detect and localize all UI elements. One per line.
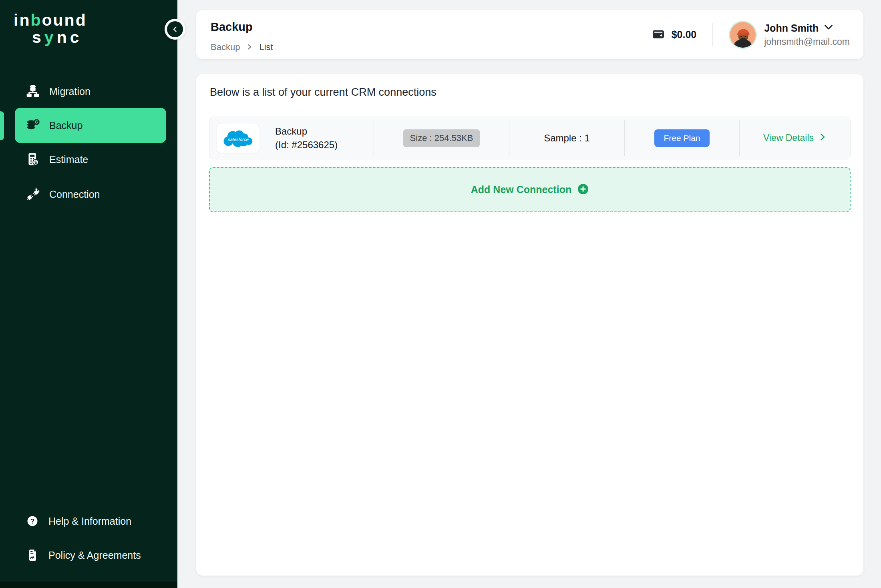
app-logo: inbound sync: [14, 12, 87, 46]
intro-text: Below is a list of your current CRM conn…: [210, 86, 436, 99]
logo-line2: sync: [32, 29, 87, 46]
free-plan-badge[interactable]: Free Plan: [654, 129, 709, 147]
view-details-link[interactable]: View Details: [763, 133, 827, 143]
wallet-icon: [652, 27, 665, 42]
avatar[interactable]: [729, 21, 757, 49]
connection-plug-icon: [25, 187, 40, 202]
logo-accent-y: y: [44, 28, 57, 46]
connection-provider-cell: salesforce Backup (Id: #2563625): [209, 117, 374, 159]
sidebar-item-estimate[interactable]: $ Estimate: [15, 143, 166, 176]
connection-id: (Id: #2563625): [275, 139, 338, 151]
sidebar-collapse-button[interactable]: [165, 19, 185, 40]
header-divider: [712, 23, 713, 46]
help-question-icon: ?: [25, 514, 40, 528]
connection-details-cell: View Details: [739, 120, 850, 156]
sidebar-item-backup[interactable]: Backup: [15, 108, 166, 143]
add-new-connection-button[interactable]: Add New Connection: [209, 167, 851, 212]
sidebar-item-label: Help & Information: [48, 516, 131, 527]
sidebar-item-policy[interactable]: Policy & Agreements: [15, 540, 166, 571]
sidebar-item-help[interactable]: ? Help & Information: [15, 505, 166, 537]
connection-size-cell: Size : 254.53KB: [374, 120, 509, 156]
chevron-left-icon: [167, 21, 183, 37]
breadcrumb: Backup List: [211, 42, 273, 52]
chevron-right-icon: [819, 133, 827, 143]
sidebar-item-label: Backup: [49, 120, 82, 131]
chevron-right-icon: [246, 42, 253, 52]
svg-text:?: ?: [30, 518, 34, 525]
active-nav-accent-bar: [0, 111, 4, 140]
sidebar-item-label: Estimate: [49, 154, 88, 165]
sidebar-item-connection[interactable]: Connection: [15, 177, 166, 211]
connection-plan-cell: Free Plan: [624, 120, 739, 156]
backup-database-icon: [25, 118, 40, 133]
view-details-label: View Details: [763, 133, 814, 143]
breadcrumb-item-backup[interactable]: Backup: [211, 42, 240, 52]
logo-line1: inbound: [14, 12, 87, 28]
chevron-down-icon: [824, 24, 833, 32]
size-badge: Size : 254.53KB: [403, 129, 480, 147]
sample-count: Sample : 1: [544, 133, 590, 144]
user-email: johnsmith@mail.com: [764, 36, 850, 47]
breadcrumb-item-list: List: [259, 42, 273, 52]
sidebar-item-label: Migration: [49, 86, 91, 97]
svg-text:salesforce: salesforce: [228, 137, 249, 141]
header: Backup Backup List $0.00: [196, 10, 863, 59]
sidebar: inbound sync Migration: [0, 0, 177, 588]
logo-accent-b: b: [30, 11, 42, 29]
salesforce-logo: salesforce: [217, 123, 259, 153]
wallet-balance: $0.00: [672, 29, 697, 40]
policy-document-icon: [25, 548, 40, 562]
connection-name: Backup: [275, 126, 338, 137]
main-content-card: Below is a list of your current CRM conn…: [196, 74, 863, 576]
migration-icon: [25, 84, 40, 99]
add-new-connection-label: Add New Connection: [471, 184, 571, 195]
sidebar-item-label: Policy & Agreements: [48, 550, 141, 561]
sidebar-bottom-strip: [0, 582, 177, 588]
svg-text:$: $: [34, 160, 37, 165]
sidebar-item-label: Connection: [49, 189, 100, 200]
connection-sample-cell: Sample : 1: [509, 120, 624, 156]
estimate-calculator-icon: $: [25, 152, 40, 167]
page-title: Backup: [211, 20, 253, 34]
user-menu[interactable]: John Smith: [764, 22, 850, 34]
plus-circle-icon: [577, 183, 589, 196]
wallet-balance-group[interactable]: $0.00: [652, 27, 697, 42]
connection-row[interactable]: salesforce Backup (Id: #2563625) Size : …: [209, 117, 851, 159]
sidebar-item-migration[interactable]: Migration: [15, 75, 166, 108]
user-name: John Smith: [764, 22, 819, 34]
